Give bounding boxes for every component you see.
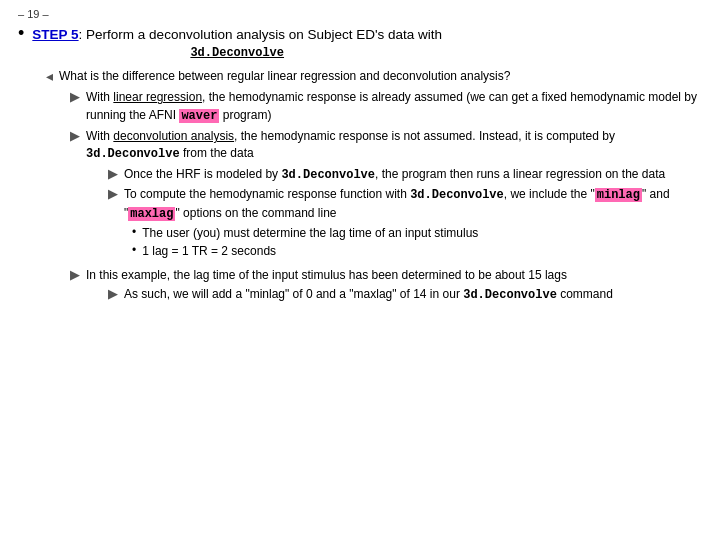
level1-text-1: What is the difference between regular l… (59, 68, 510, 85)
level2-text-2: With deconvolution analysis, the hemodyn… (86, 128, 702, 164)
step-label: STEP 5 (32, 27, 78, 42)
code-3ddeconv-3: 3d.Deconvolve (410, 188, 504, 202)
level3-item-3: ▶ As such, we will add a "minlag" of 0 a… (108, 286, 613, 304)
level1-container: ◂ What is the difference between regular… (46, 68, 702, 307)
sub-bullet-1: • The user (you) must determine the lag … (132, 225, 702, 242)
level3-block-2: To compute the hemodynamic response func… (124, 186, 702, 262)
sub-bullet-dot-2: • (132, 243, 136, 257)
level2-block-2: With deconvolution analysis, the hemodyn… (86, 128, 702, 264)
sub-bullet-2: • 1 lag = 1 TR = 2 seconds (132, 243, 702, 260)
code-3ddeconv-1: 3d.Deconvolve (86, 147, 180, 161)
level2-item-2: ▶ With deconvolution analysis, the hemod… (70, 128, 702, 264)
level2-item-3: ▶ In this example, the lag time of the i… (70, 267, 702, 307)
level2-block-3: In this example, the lag time of the inp… (86, 267, 613, 307)
arrow-icon-3b: ▶ (108, 186, 118, 201)
level2-text-3: In this example, the lag time of the inp… (86, 267, 613, 284)
step-code-line: 3d.Deconvolve (32, 45, 442, 60)
level3-container-2: ▶ As such, we will add a "minlag" of 0 a… (108, 286, 613, 304)
level3-container: ▶ Once the HRF is modeled by 3d.Deconvol… (108, 166, 702, 262)
level2-text-1: With linear regression, the hemodynamic … (86, 89, 702, 125)
arrow-icon-2a: ▶ (70, 89, 80, 104)
step-code: 3d.Deconvolve (190, 46, 284, 60)
sub-bullets-container: • The user (you) must determine the lag … (132, 225, 702, 261)
level3-item-1: ▶ Once the HRF is modeled by 3d.Deconvol… (108, 166, 702, 184)
arrow-icon-2b: ▶ (70, 128, 80, 143)
sub-bullet-dot-1: • (132, 225, 136, 239)
sub-bullet-text-2: 1 lag = 1 TR = 2 seconds (142, 243, 276, 260)
arrow-icon-3a: ▶ (108, 166, 118, 181)
level3-text-1: Once the HRF is modeled by 3d.Deconvolve… (124, 166, 665, 184)
arrow-icon-1: ◂ (46, 68, 53, 84)
level1-item-1: ◂ What is the difference between regular… (46, 68, 702, 85)
level3-text-2: To compute the hemodynamic response func… (124, 186, 702, 223)
maxlag-highlight: maxlag (128, 207, 175, 221)
level2-item-1: ▶ With linear regression, the hemodynami… (70, 89, 702, 125)
linear-regression-link: linear regression (113, 90, 202, 104)
level2-container: ▶ With linear regression, the hemodynami… (70, 89, 702, 306)
arrow-icon-3c: ▶ (108, 286, 118, 301)
step-header: STEP 5: Perform a deconvolution analysis… (32, 26, 442, 45)
arrow-icon-2c: ▶ (70, 267, 80, 282)
level3-text-3: As such, we will add a "minlag" of 0 and… (124, 286, 613, 304)
sub-bullet-text-1: The user (you) must determine the lag ti… (142, 225, 478, 242)
code-3ddeconv-4: 3d.Deconvolve (463, 288, 557, 302)
step-heading: : Perform a deconvolution analysis on Su… (79, 27, 443, 42)
waver-highlight: waver (179, 109, 219, 123)
step-header-block: STEP 5: Perform a deconvolution analysis… (32, 26, 442, 60)
bullet-dot: • (18, 23, 24, 44)
main-bullet: • STEP 5: Perform a deconvolution analys… (18, 26, 702, 60)
deconvolution-link: deconvolution analysis (113, 129, 234, 143)
level3-item-2: ▶ To compute the hemodynamic response fu… (108, 186, 702, 262)
minlag-highlight: minlag (595, 188, 642, 202)
page-number: – 19 – (18, 8, 702, 20)
code-3ddeconv-2: 3d.Deconvolve (281, 168, 375, 182)
